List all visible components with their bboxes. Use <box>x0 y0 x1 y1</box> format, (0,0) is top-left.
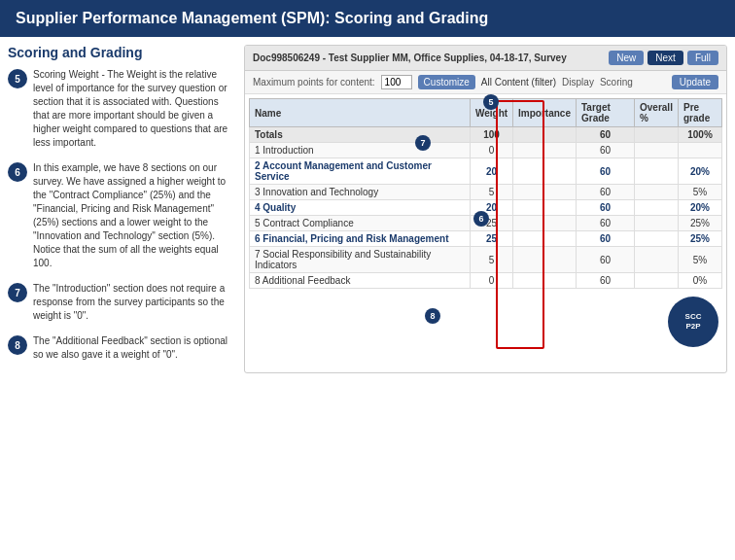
row-weight: 0 <box>470 143 512 158</box>
row-weight: 100 <box>470 127 512 143</box>
col-importance: Importance <box>513 99 577 127</box>
row-target: 60 <box>577 158 635 185</box>
update-button[interactable]: Update <box>672 75 718 89</box>
row-pre: 20% <box>679 200 722 216</box>
row-name: 8 Additional Feedback <box>250 273 471 289</box>
row-pre <box>679 143 722 158</box>
left-panel: Scoring and Grading 5 Scoring Weight - T… <box>8 45 236 373</box>
row-overall <box>635 185 679 200</box>
max-points-input[interactable] <box>381 75 412 89</box>
row-name: 1 Introduction <box>250 143 471 158</box>
filter-label: All Content (filter) <box>481 77 556 88</box>
table-row: 8 Additional Feedback 0 60 0% <box>250 273 722 289</box>
row-name: 5 Contract Compliance <box>250 216 471 231</box>
row-weight: 5 <box>470 185 512 200</box>
row-target: 60 <box>577 200 635 216</box>
table-row: 2 Account Management and Customer Servic… <box>250 158 722 185</box>
row-name: 3 Innovation and Technology <box>250 185 471 200</box>
row-name: 2 Account Management and Customer Servic… <box>250 158 471 185</box>
row-name: 7 Social Responsibility and Sustainabili… <box>250 247 471 273</box>
callout-badge-6: 6 <box>473 211 489 227</box>
main-container: Scoring and Grading 5 Scoring Weight - T… <box>0 37 735 381</box>
row-target: 60 <box>577 185 635 200</box>
step-8-badge: 8 <box>8 335 27 355</box>
row-weight: 5 <box>470 247 512 273</box>
row-weight: 20 <box>470 158 512 185</box>
row-target: 60 <box>577 216 635 231</box>
header-title: Supplier Performance Management (SPM): S… <box>16 10 488 26</box>
row-importance <box>513 231 577 247</box>
customize-button[interactable]: Customize <box>418 75 475 89</box>
row-overall <box>635 273 679 289</box>
col-overall: Overall % <box>635 99 679 127</box>
row-pre: 5% <box>679 247 722 273</box>
col-target: Target Grade <box>577 99 635 127</box>
next-button[interactable]: Next <box>648 51 683 65</box>
row-importance <box>513 247 577 273</box>
table-row: Totals 100 60 100% <box>250 127 722 143</box>
row-importance <box>513 185 577 200</box>
table-body: Totals 100 60 100% 1 Introduction 0 60 <box>250 127 722 289</box>
doc-buttons: New Next Full <box>609 51 718 65</box>
logo: SCC P2P <box>668 297 718 347</box>
col-pre: Pre grade <box>679 99 722 127</box>
step-7-badge: 7 <box>8 283 27 302</box>
row-weight: 25 <box>470 231 512 247</box>
row-pre: 25% <box>679 231 722 247</box>
scoring-label: Scoring <box>600 77 633 88</box>
callout-badge-5: 5 <box>483 94 499 110</box>
row-name: 6 Financial, Pricing and Risk Management <box>250 231 471 247</box>
row-overall <box>635 158 679 185</box>
row-target: 60 <box>577 247 635 273</box>
row-pre: 0% <box>679 273 722 289</box>
panel-title: Scoring and Grading <box>8 45 236 60</box>
step-5-row: 5 Scoring Weight - The Weight is the rel… <box>8 68 236 150</box>
table-row: 7 Social Responsibility and Sustainabili… <box>250 247 722 273</box>
doc-title: Doc998506249 - Test Supplier MM, Office … <box>253 52 567 63</box>
table-area: 5 6 7 8 Name Weight Impo <box>245 94 726 293</box>
step-6-badge: 6 <box>8 162 27 182</box>
max-points-label: Maximum points for content: <box>253 77 375 88</box>
row-overall <box>635 247 679 273</box>
doc-header: Doc998506249 - Test Supplier MM, Office … <box>245 46 726 71</box>
row-target: 60 <box>577 127 635 143</box>
step-7-text: The "Introduction" section does not requ… <box>33 282 236 323</box>
row-overall <box>635 143 679 158</box>
step-6-row: 6 In this example, we have 8 sections on… <box>8 161 236 270</box>
right-panel: Doc998506249 - Test Supplier MM, Office … <box>244 45 727 373</box>
table-row: 3 Innovation and Technology 5 60 5% <box>250 185 722 200</box>
full-button[interactable]: Full <box>687 51 718 65</box>
row-pre: 20% <box>679 158 722 185</box>
step-6-text: In this example, we have 8 sections on o… <box>33 161 236 270</box>
callout-badge-8: 8 <box>425 308 440 324</box>
step-5-text: Scoring Weight - The Weight is the relat… <box>33 68 236 150</box>
callout-badge-7: 7 <box>415 135 431 151</box>
data-table: Name Weight Importance Target Grade Over… <box>249 98 722 289</box>
row-weight: 0 <box>470 273 512 289</box>
row-target: 60 <box>577 231 635 247</box>
step-8-text: The "Additional Feedback" section is opt… <box>33 334 236 362</box>
row-overall <box>635 127 679 143</box>
row-pre: 5% <box>679 185 722 200</box>
row-importance <box>513 158 577 185</box>
row-name: 4 Quality <box>250 200 471 216</box>
footer-area: SCC P2P <box>245 293 726 351</box>
step-5-badge: 5 <box>8 69 27 88</box>
col-name: Name <box>250 99 471 127</box>
row-importance <box>513 143 577 158</box>
table-row: 1 Introduction 0 60 <box>250 143 722 158</box>
row-pre: 25% <box>679 216 722 231</box>
step-7-row: 7 The "Introduction" section does not re… <box>8 282 236 323</box>
row-importance <box>513 127 577 143</box>
row-overall <box>635 231 679 247</box>
row-pre: 100% <box>679 127 722 143</box>
page-header: Supplier Performance Management (SPM): S… <box>0 0 735 37</box>
row-importance <box>513 200 577 216</box>
display-label: Display <box>562 77 594 88</box>
new-button[interactable]: New <box>609 51 644 65</box>
row-overall <box>635 200 679 216</box>
table-row: 6 Financial, Pricing and Risk Management… <box>250 231 722 247</box>
row-target: 60 <box>577 273 635 289</box>
row-importance <box>513 216 577 231</box>
row-target: 60 <box>577 143 635 158</box>
